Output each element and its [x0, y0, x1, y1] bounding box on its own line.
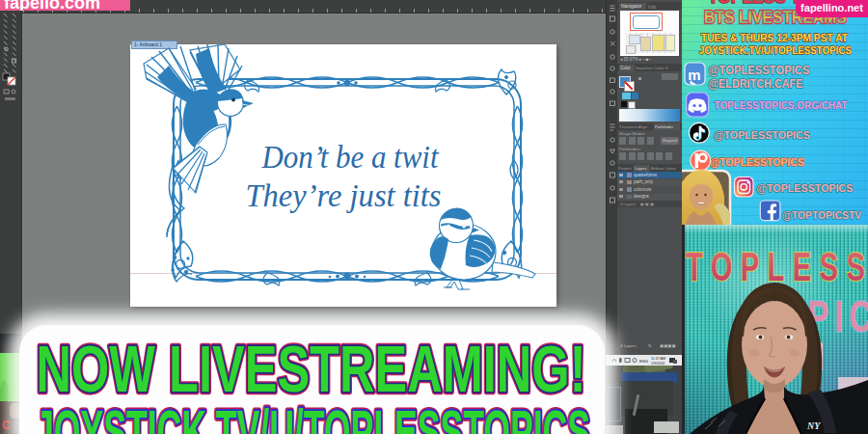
svg-text:m: m [688, 67, 700, 83]
svg-text:NY: NY [806, 420, 821, 431]
svg-text:NOW LIVESTREAMING!: NOW LIVESTREAMING! [37, 332, 586, 406]
svg-text:Don’t be a twit: Don’t be a twit [261, 140, 440, 175]
svg-text:@TOPLESSTOPICS: @TOPLESSTOPICS [710, 156, 804, 168]
svg-text:@TOPLESSTOPICS: @TOPLESSTOPICS [757, 182, 854, 194]
svg-text:11:37 AM: 11:37 AM [651, 357, 665, 361]
svg-text:1/9/2024: 1/9/2024 [651, 362, 665, 366]
svg-text:JOYSTICK.TV/U/TOPLESSTOPICS: JOYSTICK.TV/U/TOPLESSTOPICS [35, 398, 590, 434]
svg-text:JOYSTICK.TV/U/TOPLESSTOPICS: JOYSTICK.TV/U/TOPLESSTOPICS [699, 44, 852, 56]
svg-text:@ELDRITCH.CAFE: @ELDRITCH.CAFE [709, 77, 803, 91]
svg-text:@TOPLESSTOPICS: @TOPLESSTOPICS [709, 64, 810, 77]
svg-text:@TOPTOPICSTV: @TOPTOPICSTV [782, 209, 861, 221]
svg-text:They’re just tits: They’re just tits [246, 178, 442, 213]
svg-text:ENG: ENG [639, 359, 648, 364]
svg-text:@TOPLESSTOPICS: @TOPLESSTOPICS [714, 129, 810, 141]
svg-text:TOPLESSTOPICS.ORG/CHAT: TOPLESSTOPICS.ORG/CHAT [715, 99, 848, 111]
svg-text:TUES & THURS 12-3PM PST AT: TUES & THURS 12-3PM PST AT [701, 32, 848, 43]
